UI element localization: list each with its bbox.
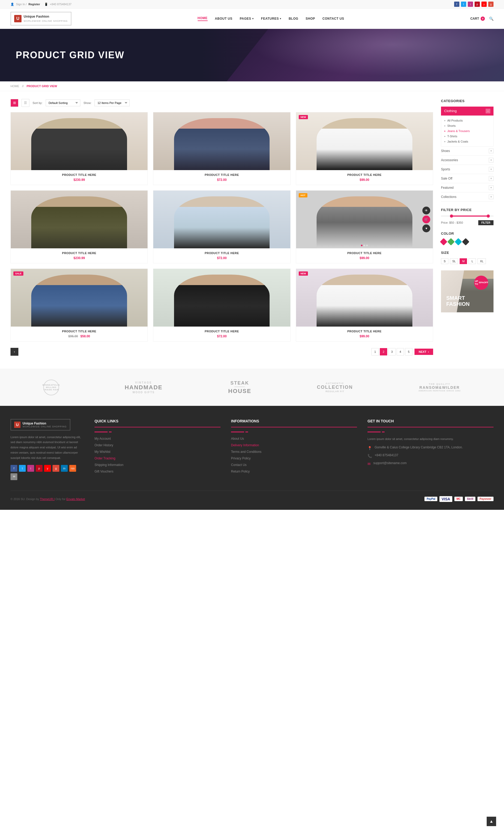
footer-twitter-icon[interactable]: t bbox=[19, 465, 26, 472]
product-price: $99.00 bbox=[299, 178, 430, 182]
hero-banner: PRODUCT GRID VIEW bbox=[0, 29, 504, 81]
logo[interactable]: U Unique Fashion WORLDWIDE ONLINE SHOPPI… bbox=[10, 12, 71, 25]
next-arrow-icon: › bbox=[428, 350, 429, 353]
color-swatch-black[interactable] bbox=[462, 238, 469, 245]
order-history-link[interactable]: Order History bbox=[94, 443, 113, 447]
footer-pinterest-icon[interactable]: p bbox=[36, 465, 43, 472]
my-account-link[interactable]: My Account bbox=[94, 437, 111, 440]
sort-select[interactable]: Default Sorting Price: Low to High Price… bbox=[46, 100, 80, 106]
google-icon[interactable]: g bbox=[488, 2, 494, 7]
subcategory-tshirts[interactable]: T-Shirts bbox=[444, 134, 490, 139]
footer-rss-icon[interactable]: rss bbox=[69, 465, 76, 472]
addcart-button[interactable]: 🛒 bbox=[422, 216, 430, 223]
category-collections[interactable]: Collections + bbox=[441, 192, 494, 202]
nav-blog[interactable]: BLOG bbox=[289, 17, 299, 20]
price-slider-track[interactable] bbox=[441, 216, 494, 217]
about-us-link[interactable]: About Us bbox=[231, 437, 244, 440]
register-link[interactable]: Register bbox=[28, 3, 40, 6]
category-accessories[interactable]: Accessories + bbox=[441, 156, 494, 165]
product-figure bbox=[316, 275, 412, 327]
gift-vouchers-link[interactable]: Gift Vouchers bbox=[94, 470, 113, 473]
price-handle-min[interactable] bbox=[450, 215, 453, 218]
price-handle-max[interactable] bbox=[487, 215, 490, 218]
nav-shop[interactable]: SHOP bbox=[306, 17, 315, 20]
brand-minneapolis: MINNEAPOLIS MILLING TRADE FAIR bbox=[43, 379, 59, 395]
page-numbers: 1 2 3 4 5 bbox=[371, 348, 412, 355]
category-sports[interactable]: Sports + bbox=[441, 165, 494, 174]
filter-button[interactable]: FILTER bbox=[478, 220, 494, 225]
cart-badge: 0 bbox=[481, 17, 485, 21]
brand-ransom: The Quality RANSOM&WILDER AMERICAN HERIT… bbox=[418, 383, 461, 392]
category-featured[interactable]: Featured + bbox=[441, 183, 494, 192]
footer-facebook-icon[interactable]: f bbox=[10, 465, 17, 472]
list-item: About Us bbox=[231, 437, 357, 440]
breadcrumb-home[interactable]: HOME bbox=[10, 85, 19, 88]
category-saleoff[interactable]: Sale Off + bbox=[441, 174, 494, 183]
footer-logo[interactable]: U Unique Fashion WORLDWIDE ONLINE SHOPPI… bbox=[10, 419, 70, 431]
category-shoes[interactable]: Shoes + bbox=[441, 147, 494, 156]
grid-view-button[interactable]: ⊞ bbox=[10, 99, 18, 107]
footer-mail-icon[interactable]: ✉ bbox=[10, 473, 17, 480]
page-4[interactable]: 4 bbox=[397, 348, 404, 355]
color-swatch-cyan[interactable] bbox=[455, 238, 462, 245]
terms-link[interactable]: Terms and Conditions bbox=[231, 450, 261, 454]
page-1[interactable]: 1 bbox=[371, 348, 379, 355]
subcategory-jackets[interactable]: Jackets & Coats bbox=[444, 139, 490, 144]
page-3[interactable]: 3 bbox=[388, 348, 396, 355]
footer-instagram-icon[interactable]: i bbox=[27, 465, 34, 472]
sort-label: Sort by: bbox=[32, 101, 43, 105]
contact-us-link[interactable]: Contact Us bbox=[231, 463, 246, 467]
pinterest-icon[interactable]: p bbox=[475, 2, 480, 7]
show-select[interactable]: 12 Items Per Page 24 Items Per Page 36 I… bbox=[94, 100, 130, 106]
cart-button[interactable]: Cart 0 bbox=[470, 17, 485, 21]
nav-about[interactable]: ABOUT US bbox=[215, 17, 233, 20]
product-title: PRODUCT TITLE HERE bbox=[156, 173, 287, 176]
nav-features[interactable]: FEATURES ▾ bbox=[261, 17, 281, 20]
product-title: PRODUCT TITLE HERE bbox=[299, 330, 430, 333]
search-icon[interactable]: 🔍 bbox=[489, 17, 494, 21]
subcategory-jeans[interactable]: Jeans & Trousers bbox=[444, 128, 490, 134]
product-image bbox=[153, 269, 290, 327]
next-button[interactable]: Next › bbox=[415, 349, 433, 355]
order-tracking-link[interactable]: Order Tracking bbox=[94, 457, 115, 460]
size-sl[interactable]: SL bbox=[450, 258, 458, 264]
my-wishlist-link[interactable]: My Wishlist bbox=[94, 450, 110, 454]
color-swatch-pink[interactable] bbox=[440, 238, 447, 245]
youtube-icon[interactable]: y bbox=[481, 2, 487, 7]
color-swatch-green[interactable] bbox=[447, 238, 455, 245]
product-card: HOT 👁 🛒 ♥ PRODUCT TITLE HERE bbox=[296, 190, 433, 263]
page-5[interactable]: 5 bbox=[405, 348, 412, 355]
privacy-policy-link[interactable]: Privacy Policy bbox=[231, 457, 251, 460]
marketplace-link[interactable]: Envato Market bbox=[66, 498, 85, 501]
size-xl[interactable]: XL bbox=[478, 258, 486, 264]
size-l[interactable]: L bbox=[468, 258, 476, 264]
twitter-icon[interactable]: t bbox=[461, 2, 466, 7]
size-s[interactable]: S bbox=[441, 258, 448, 264]
facebook-icon[interactable]: f bbox=[454, 2, 459, 7]
product-info: PRODUCT TITLE HERE $72.00 bbox=[153, 327, 290, 341]
clothing-category-header[interactable]: Clothing − bbox=[441, 107, 494, 115]
prev-page-button[interactable]: ‹ bbox=[10, 348, 18, 356]
expand-icon: + bbox=[489, 149, 494, 153]
shipping-info-link[interactable]: Shipping Information bbox=[94, 463, 123, 467]
title-underline bbox=[368, 432, 381, 432]
instagram-icon[interactable]: i bbox=[468, 2, 473, 7]
nav-home[interactable]: HOME bbox=[198, 16, 207, 21]
nav-contact[interactable]: CONTACT US bbox=[322, 17, 344, 20]
nav-pages[interactable]: PAGES ▾ bbox=[240, 17, 254, 20]
page-2[interactable]: 2 bbox=[380, 348, 387, 355]
designer-link[interactable]: ThemeUR.I bbox=[40, 498, 54, 501]
subcategory-all-products[interactable]: All Products bbox=[444, 118, 490, 123]
list-view-button[interactable]: ☰ bbox=[22, 99, 29, 107]
footer-youtube-icon[interactable]: y bbox=[44, 465, 51, 472]
top-bar-social: f t i p y g bbox=[454, 2, 494, 7]
footer-linkedin-icon[interactable]: in bbox=[61, 465, 68, 472]
quickview-button[interactable]: 👁 bbox=[422, 206, 430, 215]
wishlist-button[interactable]: ♥ bbox=[422, 224, 430, 232]
informations-list: About Us Delivery Information Terms and … bbox=[231, 437, 357, 473]
footer-google-icon[interactable]: g bbox=[52, 465, 59, 472]
subcategory-shorts[interactable]: Shorts bbox=[444, 123, 490, 128]
return-policy-link[interactable]: Return Policy bbox=[231, 470, 250, 473]
size-m[interactable]: M bbox=[460, 258, 467, 264]
delivery-info-link[interactable]: Delivery Information bbox=[231, 443, 259, 447]
